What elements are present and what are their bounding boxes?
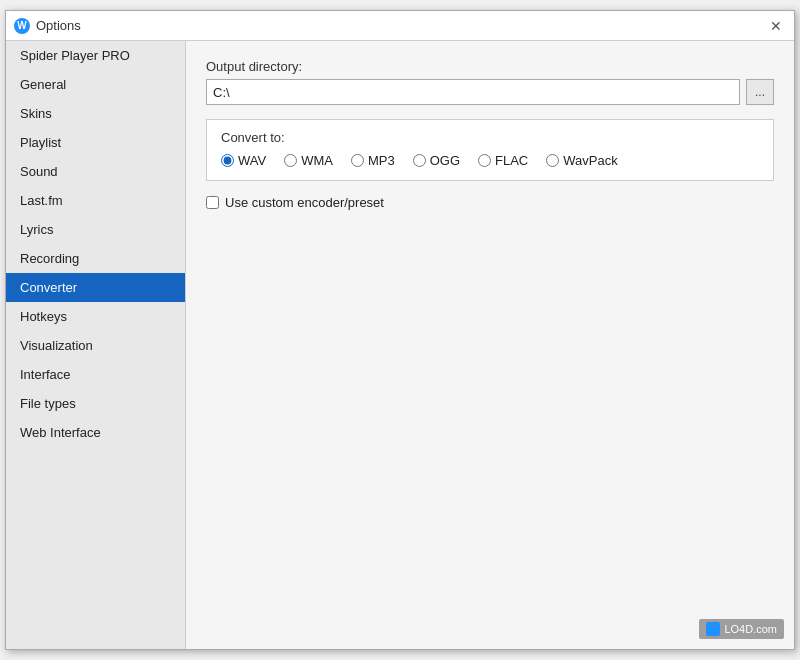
sidebar: Spider Player PROGeneralSkinsPlaylistSou… xyxy=(6,41,186,649)
title-bar-left: W Options xyxy=(14,18,81,34)
sidebar-item-file-types[interactable]: File types xyxy=(6,389,185,418)
app-icon: W xyxy=(14,18,30,34)
sidebar-item-hotkeys[interactable]: Hotkeys xyxy=(6,302,185,331)
format-radio-flac[interactable] xyxy=(478,154,491,167)
custom-encoder-row: Use custom encoder/preset xyxy=(206,195,774,210)
format-label-wavpack: WavPack xyxy=(563,153,617,168)
format-option-wma[interactable]: WMA xyxy=(284,153,333,168)
format-label-flac: FLAC xyxy=(495,153,528,168)
sidebar-item-sound[interactable]: Sound xyxy=(6,157,185,186)
sidebar-item-lyrics[interactable]: Lyrics xyxy=(6,215,185,244)
sidebar-item-lastfm[interactable]: Last.fm xyxy=(6,186,185,215)
sidebar-item-visualization[interactable]: Visualization xyxy=(6,331,185,360)
format-radio-wma[interactable] xyxy=(284,154,297,167)
format-option-mp3[interactable]: MP3 xyxy=(351,153,395,168)
output-dir-input[interactable] xyxy=(206,79,740,105)
format-option-wavpack[interactable]: WavPack xyxy=(546,153,617,168)
format-label-wav: WAV xyxy=(238,153,266,168)
watermark-icon xyxy=(706,622,720,636)
main-panel: Output directory: ... Convert to: WAVWMA… xyxy=(186,41,794,649)
window-title: Options xyxy=(36,18,81,33)
options-window: W Options ✕ Spider Player PROGeneralSkin… xyxy=(5,10,795,650)
output-dir-label: Output directory: xyxy=(206,59,774,74)
sidebar-item-web-interface[interactable]: Web Interface xyxy=(6,418,185,447)
convert-to-label: Convert to: xyxy=(221,130,759,145)
sidebar-item-converter[interactable]: Converter xyxy=(6,273,185,302)
format-radio-row: WAVWMAMP3OGGFLACWavPack xyxy=(221,153,759,168)
sidebar-item-general[interactable]: General xyxy=(6,70,185,99)
sidebar-item-recording[interactable]: Recording xyxy=(6,244,185,273)
format-option-ogg[interactable]: OGG xyxy=(413,153,460,168)
format-radio-mp3[interactable] xyxy=(351,154,364,167)
sidebar-item-interface[interactable]: Interface xyxy=(6,360,185,389)
content-area: Spider Player PROGeneralSkinsPlaylistSou… xyxy=(6,41,794,649)
sidebar-item-skins[interactable]: Skins xyxy=(6,99,185,128)
format-label-mp3: MP3 xyxy=(368,153,395,168)
format-option-flac[interactable]: FLAC xyxy=(478,153,528,168)
browse-button[interactable]: ... xyxy=(746,79,774,105)
custom-encoder-checkbox[interactable] xyxy=(206,196,219,209)
sidebar-item-playlist[interactable]: Playlist xyxy=(6,128,185,157)
format-label-wma: WMA xyxy=(301,153,333,168)
output-dir-row: ... xyxy=(206,79,774,105)
format-label-ogg: OGG xyxy=(430,153,460,168)
format-radio-wav[interactable] xyxy=(221,154,234,167)
convert-group: Convert to: WAVWMAMP3OGGFLACWavPack xyxy=(206,119,774,181)
sidebar-item-spider-player-pro[interactable]: Spider Player PRO xyxy=(6,41,185,70)
format-radio-ogg[interactable] xyxy=(413,154,426,167)
watermark: LO4D.com xyxy=(699,619,784,639)
format-option-wav[interactable]: WAV xyxy=(221,153,266,168)
title-bar: W Options ✕ xyxy=(6,11,794,41)
watermark-text: LO4D.com xyxy=(724,623,777,635)
close-button[interactable]: ✕ xyxy=(766,16,786,36)
custom-encoder-label[interactable]: Use custom encoder/preset xyxy=(225,195,384,210)
format-radio-wavpack[interactable] xyxy=(546,154,559,167)
